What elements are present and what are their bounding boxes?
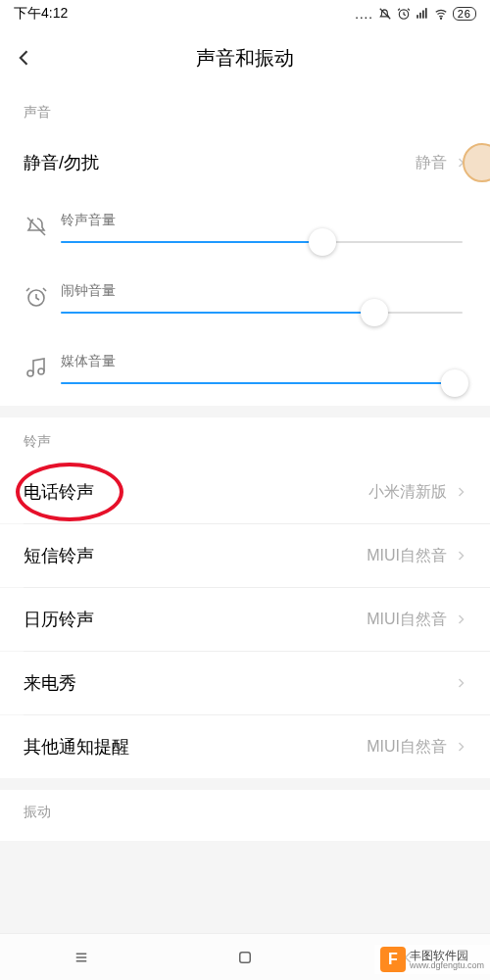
bell-off-icon xyxy=(24,214,49,239)
status-bar: 下午4:12 .... 26 xyxy=(0,0,490,27)
watermark: F 丰图软件园 www.dgfengtu.com xyxy=(374,945,490,974)
slider-thumb[interactable] xyxy=(441,369,468,397)
media-volume-row: 媒体音量 xyxy=(0,335,490,406)
ringer-volume-row: 铃声音量 xyxy=(0,194,490,265)
svg-point-9 xyxy=(27,370,33,376)
menu-icon xyxy=(73,949,90,966)
header-bar: 声音和振动 xyxy=(0,27,490,88)
phone-ringtone-label: 电话铃声 xyxy=(24,480,94,504)
sms-ringtone-value: MIUI自然音 xyxy=(367,546,447,566)
chevron-right-icon xyxy=(455,484,466,500)
chevron-right-icon xyxy=(455,675,466,691)
square-icon xyxy=(236,949,254,966)
status-time: 下午4:12 xyxy=(14,5,68,23)
calendar-ringtone-row[interactable]: 日历铃声 MIUI自然音 xyxy=(0,588,490,651)
calendar-ringtone-value: MIUI自然音 xyxy=(367,610,447,630)
nav-home-button[interactable] xyxy=(234,947,256,968)
silent-dnd-row[interactable]: 静音/勿扰 静音 xyxy=(0,131,490,194)
sms-ringtone-row[interactable]: 短信铃声 MIUI自然音 xyxy=(0,524,490,587)
other-notification-label: 其他通知提醒 xyxy=(24,735,129,759)
media-volume-slider[interactable] xyxy=(61,382,463,384)
ringer-volume-label: 铃声音量 xyxy=(61,212,463,229)
battery-indicator: 26 xyxy=(453,7,476,21)
svg-point-6 xyxy=(440,18,441,19)
calendar-ringtone-label: 日历铃声 xyxy=(24,608,94,631)
svg-rect-5 xyxy=(425,8,427,19)
alarm-status-icon xyxy=(397,7,411,21)
chevron-left-icon xyxy=(15,48,34,68)
ringer-volume-slider[interactable] xyxy=(61,241,463,243)
alarm-volume-slider[interactable] xyxy=(61,312,463,314)
section-header-vibration: 振动 xyxy=(0,790,490,841)
watermark-brand: 丰图软件园 xyxy=(410,950,484,961)
phone-ringtone-value: 小米清新版 xyxy=(368,482,447,503)
chevron-right-icon xyxy=(455,548,466,564)
silent-dnd-value: 静音 xyxy=(416,153,447,173)
sms-ringtone-label: 短信铃声 xyxy=(24,544,94,567)
status-indicators: .... 26 xyxy=(355,7,476,22)
page-title: 声音和振动 xyxy=(0,45,490,72)
svg-rect-2 xyxy=(416,15,418,19)
ellipsis-icon: .... xyxy=(355,7,372,22)
signal-icon xyxy=(416,7,429,21)
slider-thumb[interactable] xyxy=(309,228,336,256)
alarm-volume-row: 闹钟音量 xyxy=(0,265,490,335)
svg-rect-4 xyxy=(422,11,424,19)
watermark-url: www.dgfengtu.com xyxy=(410,961,484,970)
svg-rect-3 xyxy=(419,13,421,19)
wifi-icon xyxy=(434,7,448,21)
slider-thumb[interactable] xyxy=(361,299,388,326)
svg-point-10 xyxy=(38,368,44,374)
media-volume-label: 媒体音量 xyxy=(61,353,463,370)
back-button[interactable] xyxy=(0,27,49,88)
nav-menu-button[interactable] xyxy=(71,947,92,968)
other-notification-value: MIUI自然音 xyxy=(367,737,447,758)
chevron-right-icon xyxy=(455,739,466,755)
floating-avatar-icon[interactable] xyxy=(463,143,490,182)
section-header-sound: 声音 xyxy=(0,88,490,131)
alarm-volume-label: 闹钟音量 xyxy=(61,282,463,300)
caller-show-label: 来电秀 xyxy=(24,671,76,695)
caller-show-row[interactable]: 来电秀 xyxy=(0,652,490,714)
music-icon xyxy=(24,355,49,380)
other-notification-row[interactable]: 其他通知提醒 MIUI自然音 xyxy=(0,715,490,778)
watermark-logo-icon: F xyxy=(380,947,406,972)
phone-ringtone-row[interactable]: 电话铃声 小米清新版 xyxy=(0,461,490,523)
mute-icon xyxy=(378,7,392,21)
alarm-icon xyxy=(24,284,49,310)
silent-dnd-label: 静音/勿扰 xyxy=(24,151,99,174)
chevron-right-icon xyxy=(455,612,466,627)
svg-rect-14 xyxy=(240,952,251,962)
section-header-ringtone: 铃声 xyxy=(0,417,490,461)
